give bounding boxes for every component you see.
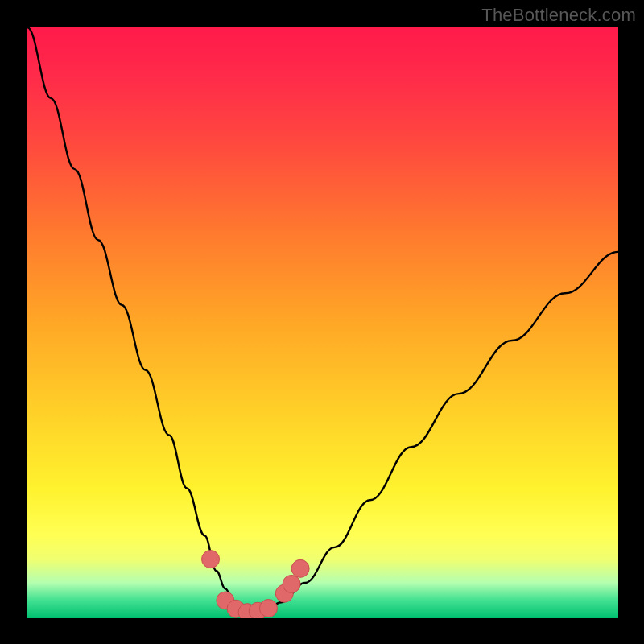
data-marker [291, 559, 309, 577]
data-marker [202, 551, 220, 568]
outer-frame: TheBottleneck.com [0, 0, 644, 644]
marker-group [202, 551, 310, 618]
data-marker [283, 575, 300, 592]
data-marker [259, 600, 277, 617]
plot-area [27, 27, 618, 618]
watermark-text: TheBottleneck.com [481, 5, 636, 26]
bottleneck-curve [27, 27, 618, 613]
chart-svg [27, 27, 618, 618]
